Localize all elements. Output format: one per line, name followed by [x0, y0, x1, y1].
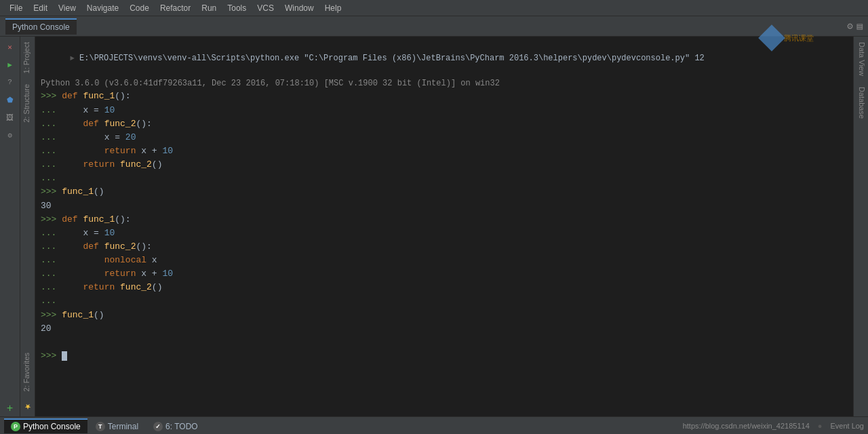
- settings-icon[interactable]: ⚙: [847, 20, 852, 32]
- menu-navigate[interactable]: Navigate: [81, 2, 124, 14]
- code-line-3: ... def func_2():: [41, 117, 848, 131]
- code-line-11: ... def func_2():: [41, 240, 848, 254]
- watermark: 腾讯课堂: [762, 28, 814, 47]
- python-console-label: Python Console: [23, 422, 81, 431]
- output-20: 20: [41, 322, 848, 336]
- code-line-13: ... return x + 10: [41, 267, 848, 281]
- tab-python-console[interactable]: P Python Console: [4, 418, 87, 433]
- run-icon[interactable]: ▶: [3, 57, 18, 72]
- top-right-icons: ⚙ ▤: [847, 20, 863, 32]
- image-icon[interactable]: 🖼: [3, 110, 18, 125]
- sidebar-item-favorites[interactable]: 2: Favorites: [20, 347, 35, 397]
- active-prompt[interactable]: >>>: [41, 349, 848, 363]
- close-icon[interactable]: ✕: [3, 39, 18, 54]
- console-python-info: Python 3.6.0 (v3.6.0:41df79263a11, Dec 2…: [41, 77, 848, 90]
- sidebar-item-structure[interactable]: 2: Structure: [20, 79, 35, 128]
- output-30: 30: [41, 199, 848, 213]
- menu-run[interactable]: Run: [196, 2, 222, 14]
- code-line-2: ... x = 10: [41, 104, 848, 117]
- url-text: https://blog.csdn.net/weixin_42185114: [683, 422, 810, 430]
- console-area[interactable]: ► E:\PROJECTS\venvs\venv-all\Scripts\pyt…: [35, 37, 853, 416]
- code-line-8: >>> func_1(): [41, 185, 848, 199]
- code-line-14: ... return func_2(): [41, 281, 848, 294]
- bookmark-icon[interactable]: ⬟: [3, 92, 18, 107]
- code-line-15: ...: [41, 294, 848, 308]
- terminal-label: Terminal: [108, 422, 138, 431]
- todo-icon: ✓: [153, 422, 163, 431]
- code-line-5: ... return x + 10: [41, 144, 848, 158]
- menu-tools[interactable]: Tools: [222, 2, 252, 14]
- sidebar-item-dataview[interactable]: Data View: [854, 37, 868, 81]
- status-bar: P Python Console T Terminal ✓ 6: TODO ht…: [0, 416, 868, 434]
- bottom-tabs: P Python Console T Terminal ✓ 6: TODO: [4, 418, 205, 433]
- gear-icon[interactable]: ⚙: [3, 127, 18, 142]
- left-tabs: 1: Project 2: Structure 2: Favorites ★: [20, 37, 35, 416]
- layout-icon[interactable]: ▤: [857, 20, 863, 32]
- code-line-1: >>> def func_1():: [41, 90, 848, 103]
- menu-view[interactable]: View: [53, 2, 81, 14]
- menu-refactor[interactable]: Refactor: [155, 2, 196, 14]
- terminal-icon: T: [96, 422, 105, 431]
- event-log-label[interactable]: Event Log: [830, 422, 864, 430]
- console-path: ► E:\PROJECTS\venvs\venv-all\Scripts\pyt…: [41, 39, 848, 77]
- python-console-icon: P: [11, 422, 20, 431]
- status-right: https://blog.csdn.net/weixin_42185114 ● …: [683, 422, 864, 430]
- main-layout: ✕ ▶ ? ⬟ 🖼 ⚙ + 1: Project 2: Structure 2:…: [0, 37, 868, 416]
- code-line-10: ... x = 10: [41, 226, 848, 240]
- code-line-7: ...: [41, 172, 848, 185]
- empty-line: [41, 336, 848, 349]
- menu-vcs[interactable]: VCS: [252, 2, 279, 14]
- menu-code[interactable]: Code: [124, 2, 155, 14]
- code-line-6: ... return func_2(): [41, 158, 848, 172]
- python-console-tab-top[interactable]: Python Console: [5, 18, 77, 35]
- menu-edit[interactable]: Edit: [28, 2, 53, 14]
- code-line-4: ... x = 20: [41, 131, 848, 144]
- code-line-12: ... nonlocal x: [41, 254, 848, 267]
- help-icon[interactable]: ?: [3, 75, 18, 90]
- menu-file[interactable]: File: [4, 2, 28, 14]
- add-icon[interactable]: +: [3, 401, 18, 416]
- left-sidebar: ✕ ▶ ? ⬟ 🖼 ⚙ +: [0, 37, 20, 416]
- right-sidebar: Data View Database: [853, 37, 868, 416]
- tab-todo[interactable]: ✓ 6: TODO: [146, 418, 205, 433]
- sidebar-item-project[interactable]: 1: Project: [20, 37, 35, 79]
- sidebar-item-favorites-star[interactable]: ★: [20, 397, 35, 416]
- code-line-9: >>> def func_1():: [41, 213, 848, 226]
- code-line-16: >>> func_1(): [41, 309, 848, 322]
- watermark-diamond: [758, 24, 785, 52]
- menu-window[interactable]: Window: [279, 2, 319, 14]
- top-bar: Python Console ⚙ ▤ 腾讯课堂: [0, 16, 868, 37]
- sidebar-item-database[interactable]: Database: [854, 81, 868, 124]
- watermark-text: 腾讯课堂: [784, 33, 814, 43]
- tab-terminal[interactable]: T Terminal: [89, 418, 145, 433]
- todo-label: 6: TODO: [165, 422, 198, 431]
- menu-help[interactable]: Help: [319, 2, 347, 14]
- menu-bar: File Edit View Navigate Code Refactor Ru…: [0, 0, 868, 16]
